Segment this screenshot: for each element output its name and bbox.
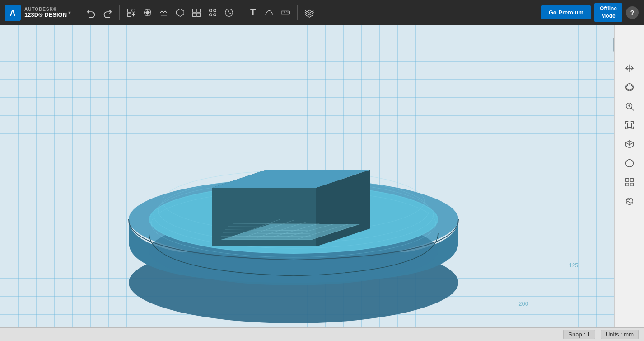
right-buttons: Go Premium Offline Mode ?	[541, 3, 644, 22]
svg-point-14	[214, 13, 216, 16]
svg-rect-10	[197, 13, 200, 16]
zoom-tool-button[interactable]	[620, 98, 639, 115]
modify-button[interactable]	[189, 5, 204, 20]
layers-button[interactable]	[302, 5, 317, 20]
svg-point-12	[214, 9, 216, 12]
3d-model-svg	[0, 25, 614, 341]
units-indicator: Units : mm	[601, 330, 639, 339]
divider-4	[297, 5, 298, 20]
undo-button[interactable]	[84, 5, 98, 20]
orbit-tool-button[interactable]	[620, 79, 639, 96]
svg-rect-7	[193, 9, 196, 12]
main-tools-group	[122, 5, 238, 20]
redo-button[interactable]	[100, 5, 115, 20]
svg-point-6	[146, 11, 149, 14]
primitives-button[interactable]	[124, 5, 139, 20]
pattern-button[interactable]	[205, 5, 220, 20]
premium-button[interactable]: Go Premium	[541, 5, 591, 19]
autodesk-logo-icon: A	[5, 5, 21, 21]
logo-area: A AUTODESK® 123D® DESIGN ▾	[0, 5, 77, 21]
divider-2	[119, 5, 120, 20]
layers-group	[300, 5, 319, 20]
topbar: A AUTODESK® 123D® DESIGN ▾	[0, 0, 644, 25]
svg-rect-54	[630, 179, 633, 181]
smart-button[interactable]	[157, 5, 171, 20]
svg-rect-8	[197, 9, 200, 12]
history-group	[82, 5, 117, 20]
view-mode-button[interactable]	[620, 155, 639, 172]
grid-settings-button[interactable]	[620, 174, 639, 191]
svg-rect-55	[625, 183, 628, 186]
offline-mode-button[interactable]: Offline Mode	[594, 3, 622, 22]
svg-text:A: A	[10, 9, 16, 18]
3d-viewport[interactable]: 200 125	[0, 25, 614, 341]
right-panel	[614, 25, 644, 341]
logo-text: AUTODESK® 123D® DESIGN	[24, 7, 67, 18]
sketch-button[interactable]	[140, 5, 155, 20]
app-dropdown-icon[interactable]: ▾	[68, 9, 71, 16]
divider-1	[79, 5, 79, 20]
svg-rect-51	[627, 123, 631, 127]
text-tools-group: T	[243, 5, 295, 20]
ruler-button[interactable]	[278, 5, 293, 20]
snap-indicator: Snap : 1	[563, 330, 595, 339]
home-view-button[interactable]	[620, 136, 639, 153]
fit-tool-button[interactable]	[620, 117, 639, 134]
coord-125-label: 125	[569, 262, 578, 269]
pan-tool-button[interactable]	[620, 60, 639, 77]
text-button[interactable]: T	[246, 5, 260, 20]
svg-point-3	[132, 9, 135, 12]
app-name-label: 123D® DESIGN	[24, 12, 67, 18]
construct-button[interactable]	[173, 5, 187, 20]
svg-rect-2	[128, 9, 131, 12]
svg-rect-16	[281, 11, 289, 14]
coord-200-label: 200	[518, 300, 528, 307]
svg-rect-56	[630, 183, 633, 186]
svg-rect-53	[625, 179, 628, 181]
statusbar: Snap : 1 Units : mm	[0, 327, 644, 341]
svg-rect-4	[128, 13, 131, 16]
svg-point-11	[210, 9, 212, 12]
measure-button[interactable]	[222, 5, 236, 20]
svg-point-13	[210, 13, 212, 16]
material-button[interactable]	[620, 193, 639, 210]
divider-3	[241, 5, 241, 20]
freeform-button[interactable]	[262, 5, 276, 20]
svg-line-48	[631, 108, 634, 110]
help-button[interactable]: ?	[626, 6, 639, 19]
svg-rect-9	[193, 13, 196, 16]
